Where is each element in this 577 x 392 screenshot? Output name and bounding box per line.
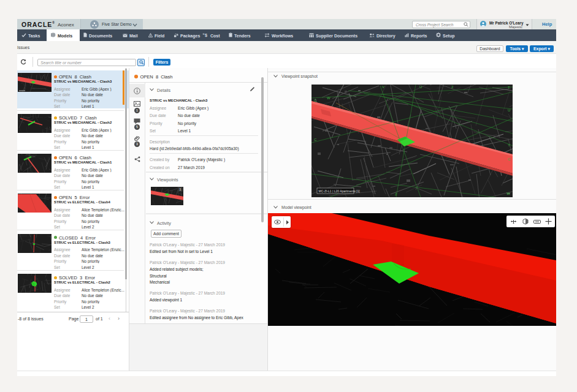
svg-text:T: T <box>508 86 510 89</box>
svg-text:W: W <box>327 96 331 100</box>
svg-text:C: C <box>508 157 511 161</box>
svg-text:U: U <box>419 85 422 89</box>
svg-text:V: V <box>382 85 384 89</box>
svg-text:$: $ <box>205 32 207 37</box>
svg-text:C: C <box>314 99 317 102</box>
svg-text:Y: Y <box>508 143 510 147</box>
svg-text:MC-ZI-L1 | L20 Apartments [1]: MC-ZI-L1 | L20 Apartments [1] <box>319 189 361 193</box>
svg-text:W: W <box>506 192 510 195</box>
svg-text:C: C <box>314 138 317 141</box>
svg-text:U: U <box>508 108 510 112</box>
